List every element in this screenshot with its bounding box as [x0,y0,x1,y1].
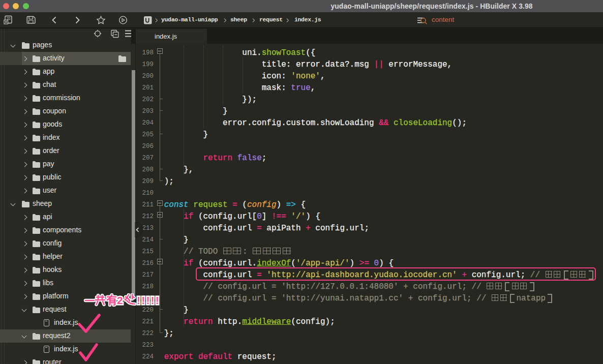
svg-text:!!!!!: !!!!! [137,294,160,306]
svg-text:2: 2 [117,294,123,306]
